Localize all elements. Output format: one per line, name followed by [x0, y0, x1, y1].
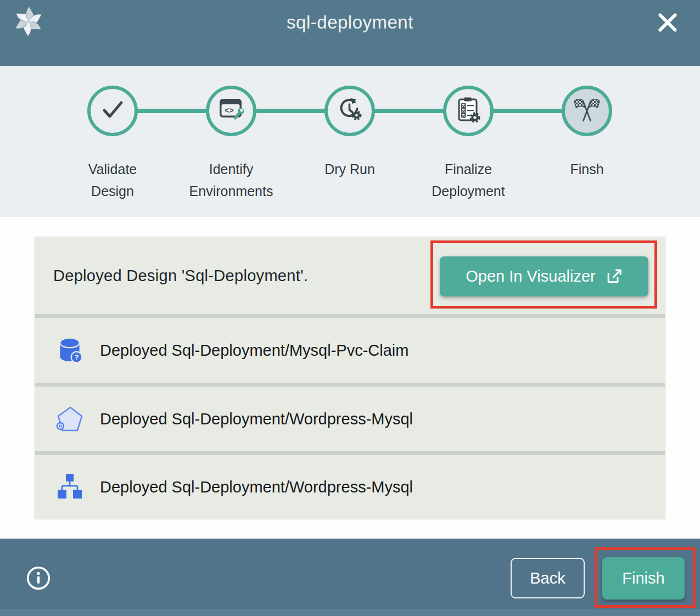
external-link-icon	[606, 268, 623, 285]
hierarchy-icon	[54, 473, 86, 501]
step-dry-run: Dry Run	[290, 66, 409, 202]
back-button[interactable]: Back	[511, 558, 585, 598]
step-label: Dry Run	[324, 158, 375, 180]
wizard-stepper: Validate Design <>	[0, 66, 700, 217]
close-icon[interactable]	[656, 11, 679, 34]
svg-text:?: ?	[75, 354, 79, 361]
clipboard-gear-icon	[456, 97, 481, 125]
step-circle-validate	[87, 86, 138, 136]
step-circle-finish	[562, 86, 612, 136]
pentagon-icon	[54, 404, 86, 434]
open-in-visualizer-label: Open In Visualizer	[466, 267, 595, 285]
info-icon[interactable]	[26, 565, 51, 591]
checkered-flags-icon	[573, 96, 601, 126]
step-label: Finsh	[570, 158, 603, 180]
svg-text:<>: <>	[225, 107, 234, 115]
deployment-results-list: Deployed Design 'Sql-Deployment'. Open I…	[35, 237, 665, 519]
footer-bottom-strip	[0, 609, 700, 616]
step-finish: Finsh	[528, 66, 646, 202]
step-identify-environments: <> Identify Environments	[172, 66, 290, 202]
list-item-mysql-pvc-claim: ? Deployed Sql-Deployment/Mysql-Pvc-Clai…	[35, 317, 665, 383]
database-icon: ?	[54, 335, 86, 365]
dialog-title: sql-deployment	[0, 12, 700, 33]
check-icon	[100, 97, 125, 125]
step-validate-design: Validate Design	[53, 66, 172, 202]
finish-button[interactable]: Finish	[602, 557, 685, 600]
summary-row: Deployed Design 'Sql-Deployment'. Open I…	[35, 237, 665, 315]
deployed-design-text: Deployed Design 'Sql-Deployment'.	[35, 267, 308, 285]
step-finalize-deployment: Finalize Deployment	[409, 66, 528, 202]
sync-gear-icon	[337, 97, 363, 125]
list-item-text: Deployed Sql-Deployment/Wordpress-Mysql	[100, 478, 413, 496]
step-circle-finalize	[443, 86, 494, 136]
step-circle-dry-run	[324, 86, 375, 136]
dialog-footer: Back Finish	[0, 539, 700, 616]
list-item-text: Deployed Sql-Deployment/Mysql-Pvc-Claim	[100, 341, 408, 360]
code-window-wrench-icon: <>	[218, 97, 244, 125]
list-item-wordpress-mysql-1: Deployed Sql-Deployment/Wordpress-Mysql	[35, 386, 665, 452]
list-item-wordpress-mysql-2: Deployed Sql-Deployment/Wordpress-Mysql	[35, 455, 665, 519]
step-circle-identify: <>	[206, 86, 256, 136]
open-in-visualizer-button[interactable]: Open In Visualizer	[440, 256, 648, 296]
step-label: Identify Environments	[187, 158, 275, 202]
step-label: Validate Design	[69, 158, 156, 202]
deployment-wizard-dialog: sql-deployment Validate Design	[0, 0, 700, 616]
dialog-header: sql-deployment	[0, 0, 700, 66]
list-item-text: Deployed Sql-Deployment/Wordpress-Mysql	[100, 410, 413, 428]
step-label: Finalize Deployment	[424, 158, 512, 202]
